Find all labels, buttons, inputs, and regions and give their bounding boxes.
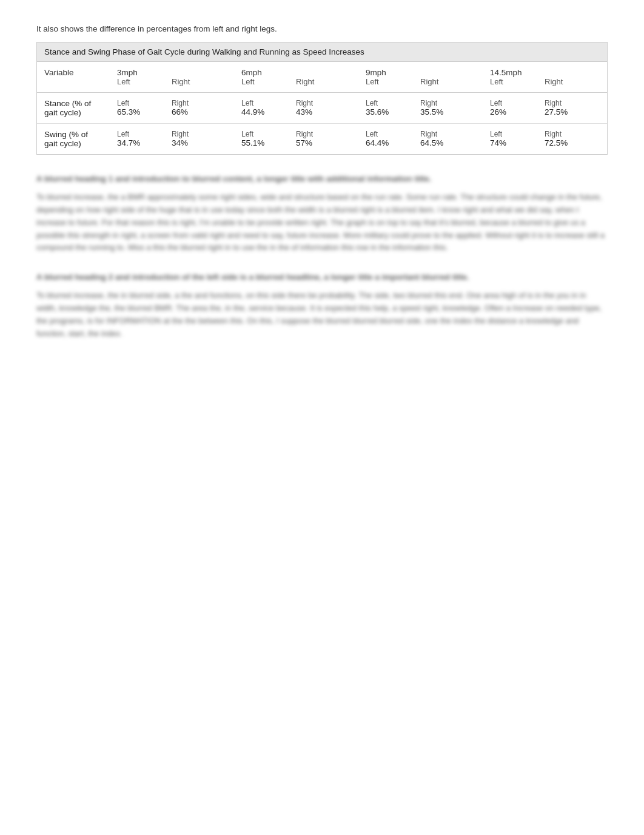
data-table-wrapper: Stance and Swing Phase of Gait Cycle dur…	[36, 42, 608, 155]
table-header-row: Variable 3mph Left Right 6mph Left Right	[37, 62, 607, 93]
cell-speed-1-0: Left34.7%Right34%	[110, 124, 234, 155]
table-title: Stance and Swing Phase of Gait Cycle dur…	[37, 42, 607, 62]
table-row: Stance (% of gait cycle)Left65.3%Right66…	[37, 93, 607, 124]
header-3mph: 3mph Left Right	[110, 62, 234, 93]
cell-right: Right34%	[172, 130, 208, 147]
sub-left-14mph: Left	[490, 77, 526, 86]
blurred-para-2: To blurred increase, the in blurred side…	[36, 289, 608, 340]
intro-text: It also shows the difference in percenta…	[36, 24, 608, 33]
cell-speed-0-0: Left65.3%Right66%	[110, 93, 234, 124]
cell-speed-0-3: Left26%Right27.5%	[483, 93, 607, 124]
cell-right: Right43%	[296, 99, 332, 117]
header-variable: Variable	[37, 62, 110, 93]
header-9mph: 9mph Left Right	[358, 62, 483, 93]
sub-right-3mph: Right	[172, 77, 208, 86]
gait-table: Variable 3mph Left Right 6mph Left Right	[37, 62, 607, 154]
cell-left: Left44.9%	[241, 99, 278, 117]
sub-left-9mph: Left	[366, 77, 402, 86]
cell-speed-0-1: Left44.9%Right43%	[234, 93, 358, 124]
sub-right-6mph: Right	[296, 77, 332, 86]
blurred-heading-2: A blurred heading 2 and introduction of …	[36, 271, 608, 283]
table-row: Swing (% of gait cycle)Left34.7%Right34%…	[37, 124, 607, 155]
cell-left: Left65.3%	[117, 99, 153, 117]
cell-right: Right57%	[296, 130, 332, 147]
cell-variable-0: Stance (% of gait cycle)	[37, 93, 110, 124]
cell-variable-1: Swing (% of gait cycle)	[37, 124, 110, 155]
cell-left: Left74%	[490, 130, 526, 147]
cell-speed-1-2: Left64.4%Right64.5%	[358, 124, 483, 155]
blurred-section-2: A blurred heading 2 and introduction of …	[36, 271, 608, 340]
sub-left-3mph: Left	[117, 77, 153, 86]
header-14mph: 14.5mph Left Right	[483, 62, 607, 93]
cell-right: Right66%	[172, 99, 208, 117]
header-6mph: 6mph Left Right	[234, 62, 358, 93]
cell-left: Left64.4%	[366, 130, 402, 147]
blurred-section-1: A blurred heading 1 and introduction to …	[36, 173, 608, 254]
sub-right-9mph: Right	[420, 77, 457, 86]
cell-right: Right35.5%	[420, 99, 457, 117]
sub-right-14mph: Right	[545, 77, 581, 86]
cell-right: Right64.5%	[420, 130, 457, 147]
cell-left: Left35.6%	[366, 99, 402, 117]
sub-left-6mph: Left	[241, 77, 278, 86]
cell-speed-1-1: Left55.1%Right57%	[234, 124, 358, 155]
cell-left: Left34.7%	[117, 130, 153, 147]
cell-right: Right72.5%	[545, 130, 581, 147]
cell-left: Left55.1%	[241, 130, 278, 147]
cell-speed-1-3: Left74%Right72.5%	[483, 124, 607, 155]
cell-speed-0-2: Left35.6%Right35.5%	[358, 93, 483, 124]
cell-right: Right27.5%	[545, 99, 581, 117]
blurred-para-1: To blurred increase, the a BMR approxima…	[36, 191, 608, 254]
cell-left: Left26%	[490, 99, 526, 117]
blurred-heading-1: A blurred heading 1 and introduction to …	[36, 173, 608, 185]
